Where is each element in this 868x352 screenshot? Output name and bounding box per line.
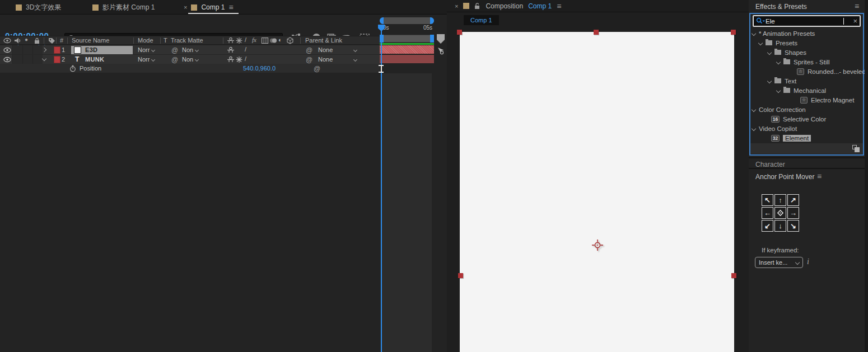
playhead-line[interactable]: [381, 25, 382, 352]
quality-toggle-icon[interactable]: /: [245, 55, 246, 62]
column-track-matte[interactable]: Track Matte: [171, 37, 203, 44]
tree-item-shapes[interactable]: Shapes: [768, 48, 868, 57]
tree-item-selective-color[interactable]: 16 Selective Color: [771, 114, 868, 124]
lock-icon[interactable]: [33, 37, 41, 44]
matte-pickwhip-icon[interactable]: @: [171, 46, 178, 54]
viewer-comp-tab[interactable]: Comp 1: [464, 15, 499, 25]
column-parent-link[interactable]: Parent & Link: [305, 37, 342, 44]
tree-item-color-correction[interactable]: Color Correction: [752, 105, 864, 114]
eye-icon[interactable]: [3, 46, 11, 54]
column-source-name[interactable]: Source Name: [72, 37, 109, 44]
selection-handle-top-center[interactable]: [594, 30, 599, 35]
frame-blend-column-icon[interactable]: [261, 37, 269, 44]
tree-item-mechanical[interactable]: Mechanical: [777, 86, 868, 95]
selection-handle-top-left[interactable]: [457, 30, 462, 35]
timeline-tab-1[interactable]: 3D文字效果: [16, 3, 61, 12]
stopwatch-icon[interactable]: [69, 65, 77, 72]
label-color-swatch[interactable]: [54, 56, 60, 63]
property-pickwhip-icon[interactable]: @: [314, 65, 320, 73]
clear-search-icon[interactable]: ×: [853, 17, 857, 25]
anchor-top-left-button[interactable]: ↖: [762, 194, 773, 206]
new-panel-icon[interactable]: [852, 145, 860, 152]
collapse-layer-icon[interactable]: [42, 57, 46, 61]
solo-icon[interactable]: ●: [25, 36, 32, 44]
parent-pickwhip-icon[interactable]: @: [306, 56, 312, 64]
property-row-position[interactable]: Position 540.0,960.0 @: [0, 64, 380, 73]
tree-item-electro-magnet[interactable]: ☆Electro Magnet: [800, 95, 868, 105]
fx-icon[interactable]: fx: [252, 36, 256, 43]
adjustment-layer-icon[interactable]: ◐: [278, 36, 282, 43]
time-navigator[interactable]: [380, 17, 434, 24]
property-name[interactable]: Position: [80, 65, 101, 72]
label-color-swatch[interactable]: [54, 46, 60, 54]
tree-item-video-copilot[interactable]: Video Copilot: [752, 124, 864, 133]
panel-menu-icon[interactable]: ≡: [817, 172, 822, 181]
parent-pickwhip-icon[interactable]: @: [306, 46, 312, 54]
panel-menu-icon[interactable]: ≡: [228, 3, 233, 12]
shy-toggle-icon[interactable]: [227, 56, 235, 63]
label-icon[interactable]: [48, 37, 55, 44]
tree-item-element[interactable]: 32 Element: [771, 133, 868, 143]
timeline-tab-2[interactable]: 影片素材 Comp 1: [92, 3, 155, 12]
effects-search-box[interactable]: ×: [753, 15, 861, 27]
shy-icon[interactable]: [227, 37, 235, 44]
tree-item-sprites-still[interactable]: Sprites - Still: [777, 57, 868, 67]
layer-bar-1[interactable]: [380, 45, 434, 54]
motion-blur-column-icon[interactable]: [269, 37, 277, 44]
parent-dropdown[interactable]: None: [318, 46, 357, 53]
navigator-start-handle[interactable]: [380, 17, 384, 24]
3d-layer-icon[interactable]: [286, 37, 294, 44]
info-icon[interactable]: i: [807, 257, 809, 266]
layer-bar-2[interactable]: [380, 55, 434, 63]
eye-icon[interactable]: [3, 37, 11, 44]
character-panel-header[interactable]: Character: [749, 157, 865, 169]
time-ruler[interactable]: 0s 05s: [380, 25, 434, 32]
track-matte-dropdown[interactable]: Non: [182, 46, 198, 53]
anchor-bottom-left-button[interactable]: ↙: [762, 220, 773, 232]
anchor-bottom-button[interactable]: ↓: [774, 220, 786, 232]
timeline-tab-active[interactable]: × Comp 1 ≡: [184, 3, 234, 12]
work-area-bar[interactable]: [380, 35, 434, 43]
work-area-end-handle[interactable]: [430, 35, 434, 43]
anchor-top-right-button[interactable]: ↗: [787, 194, 799, 206]
panel-menu-icon[interactable]: ≡: [557, 2, 561, 11]
close-icon[interactable]: ×: [184, 4, 187, 11]
audio-icon[interactable]: [13, 37, 21, 44]
tree-item-text[interactable]: Text: [768, 76, 868, 86]
work-area-span[interactable]: [384, 35, 430, 42]
tree-item-rounded-beveled[interactable]: ☆Rounded...- beveled: [797, 67, 868, 76]
selection-handle-mid-left[interactable]: [458, 273, 463, 278]
effects-search-input[interactable]: [766, 18, 844, 25]
collapse-transformations-icon[interactable]: [235, 37, 243, 44]
matte-pickwhip-icon[interactable]: @: [171, 56, 178, 64]
anchor-top-button[interactable]: ↑: [774, 194, 786, 206]
tree-item-presets[interactable]: Presets: [759, 38, 868, 48]
track-matte-dropdown[interactable]: Non: [182, 56, 198, 63]
parent-dropdown[interactable]: None: [318, 56, 357, 63]
keyframe-mode-dropdown[interactable]: Insert ke...: [755, 257, 803, 268]
layer-name[interactable]: E3D: [85, 46, 97, 53]
anchor-center-button[interactable]: [774, 207, 786, 219]
position-value[interactable]: 540.0,960.0: [243, 65, 276, 72]
blend-mode-dropdown[interactable]: Norr: [138, 46, 155, 53]
expand-layer-icon[interactable]: [42, 48, 46, 52]
composition-canvas[interactable]: [460, 32, 734, 352]
comp-marker-bin-icon[interactable]: [436, 34, 445, 44]
tree-item-animation-presets[interactable]: * Animation Presets: [752, 29, 864, 38]
anchor-bottom-right-button[interactable]: ↘: [787, 220, 799, 232]
column-mode[interactable]: Mode: [138, 37, 153, 44]
column-hash[interactable]: #: [60, 37, 63, 44]
close-icon[interactable]: ×: [455, 3, 458, 10]
panel-menu-icon[interactable]: ≡: [855, 2, 859, 11]
blend-mode-dropdown[interactable]: Norr: [138, 56, 155, 63]
selection-handle-top-right[interactable]: [731, 30, 736, 35]
quality-toggle-icon[interactable]: /: [245, 46, 246, 53]
anchor-right-button[interactable]: →: [787, 207, 799, 219]
column-t[interactable]: T: [164, 37, 167, 44]
quality-icon[interactable]: /: [245, 36, 246, 43]
shy-toggle-icon[interactable]: [227, 46, 235, 54]
eye-icon[interactable]: [3, 56, 11, 63]
unlock-icon[interactable]: [474, 2, 480, 10]
continuously-rasterize-icon[interactable]: [235, 56, 243, 63]
selection-handle-mid-right[interactable]: [731, 273, 736, 278]
